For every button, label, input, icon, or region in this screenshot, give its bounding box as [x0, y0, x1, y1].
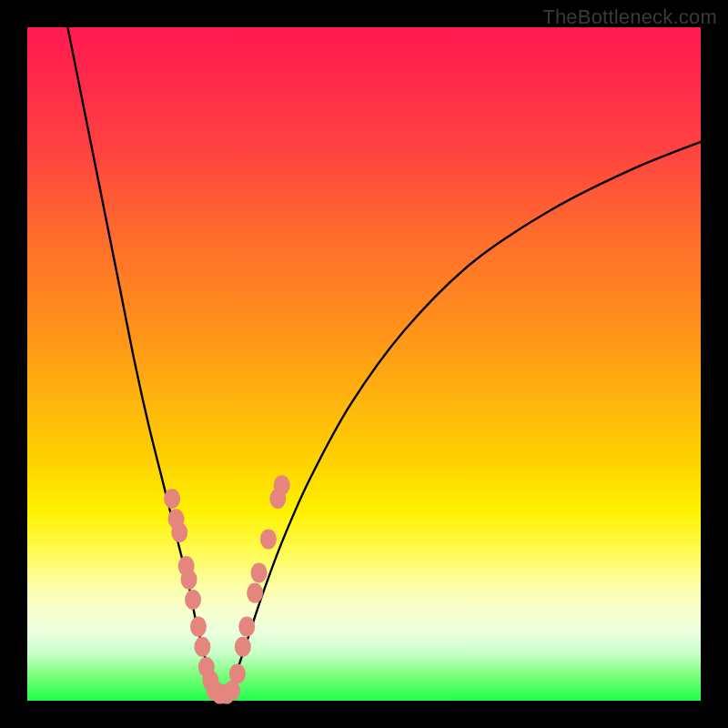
salmon-marker — [194, 637, 210, 657]
salmon-marker — [251, 562, 268, 582]
salmon-marker — [190, 617, 207, 637]
chart-svg — [27, 27, 701, 701]
salmon-marker — [260, 529, 277, 549]
salmon-marker — [181, 570, 197, 590]
chart-frame: TheBottleneck.com — [0, 0, 728, 728]
right-curve — [229, 142, 701, 694]
salmon-marker — [235, 637, 251, 657]
salmon-marker — [164, 489, 180, 509]
salmon-marker — [171, 522, 187, 542]
salmon-marker — [229, 663, 246, 683]
salmon-marker — [247, 583, 263, 603]
salmon-marker — [238, 617, 255, 637]
salmon-marker-group — [164, 475, 290, 703]
plot-area — [27, 27, 701, 701]
salmon-marker — [185, 590, 201, 610]
salmon-marker — [274, 475, 290, 495]
watermark-text: TheBottleneck.com — [542, 5, 717, 29]
